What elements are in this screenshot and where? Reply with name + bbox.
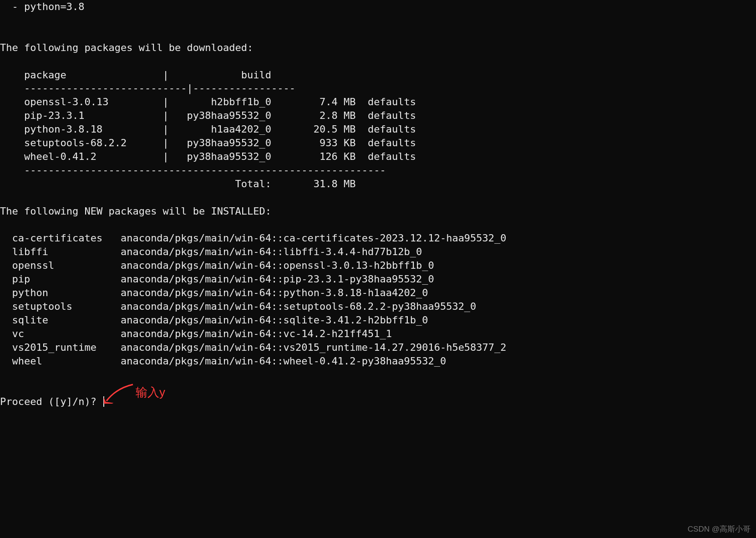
watermark: CSDN @高斯小哥 [688, 524, 751, 534]
terminal-output: - python=3.8 The following packages will… [0, 0, 756, 409]
proceed-prompt[interactable]: Proceed ([y]/n)? [0, 396, 102, 407]
cursor[interactable] [103, 396, 104, 407]
